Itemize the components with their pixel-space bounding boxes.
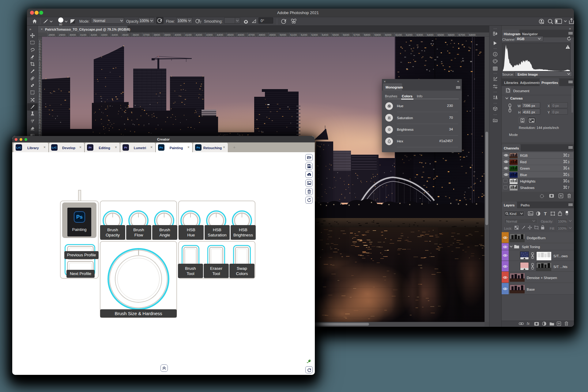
svg-text:4900: 4900 xyxy=(269,33,276,36)
svg-text:5800: 5800 xyxy=(364,33,370,36)
svg-text:3200: 3200 xyxy=(90,33,97,36)
svg-text:3500: 3500 xyxy=(122,33,128,36)
svg-text:5900: 5900 xyxy=(375,33,381,36)
svg-text:6100: 6100 xyxy=(395,33,402,36)
svg-text:3800: 3800 xyxy=(153,33,160,36)
svg-text:4800: 4800 xyxy=(259,33,265,36)
svg-text:3700: 3700 xyxy=(143,33,149,36)
svg-text:5600: 5600 xyxy=(343,33,349,36)
svg-text:5200: 5200 xyxy=(301,33,307,36)
svg-text:6700: 6700 xyxy=(458,33,465,36)
svg-text:5400: 5400 xyxy=(322,33,328,36)
svg-text:6600: 6600 xyxy=(448,33,454,36)
svg-text:2800: 2800 xyxy=(48,33,55,36)
svg-text:3300: 3300 xyxy=(101,33,107,36)
svg-text:6000: 6000 xyxy=(385,33,391,36)
svg-text:5700: 5700 xyxy=(353,33,360,36)
svg-text:4000: 4000 xyxy=(175,33,181,36)
svg-text:4700: 4700 xyxy=(248,33,255,36)
svg-text:3000: 3000 xyxy=(70,33,76,36)
svg-text:6300: 6300 xyxy=(417,33,423,36)
svg-text:3900: 3900 xyxy=(164,33,171,36)
svg-text:4300: 4300 xyxy=(206,33,213,36)
svg-text:6400: 6400 xyxy=(427,33,433,36)
svg-text:4500: 4500 xyxy=(227,33,234,36)
svg-text:6800: 6800 xyxy=(469,33,476,36)
svg-text:4200: 4200 xyxy=(196,33,202,36)
svg-text:2900: 2900 xyxy=(59,33,65,36)
svg-text:3600: 3600 xyxy=(133,33,139,36)
svg-text:6200: 6200 xyxy=(406,33,413,36)
svg-text:5100: 5100 xyxy=(290,33,297,36)
svg-text:5000: 5000 xyxy=(280,33,286,36)
svg-text:4600: 4600 xyxy=(238,33,244,36)
svg-text:5300: 5300 xyxy=(311,33,318,36)
svg-text:3100: 3100 xyxy=(80,33,86,36)
svg-text:5500: 5500 xyxy=(332,33,339,36)
svg-text:6500: 6500 xyxy=(438,33,444,36)
svg-text:4400: 4400 xyxy=(217,33,223,36)
svg-text:4100: 4100 xyxy=(185,33,191,36)
svg-text:3400: 3400 xyxy=(111,33,118,36)
